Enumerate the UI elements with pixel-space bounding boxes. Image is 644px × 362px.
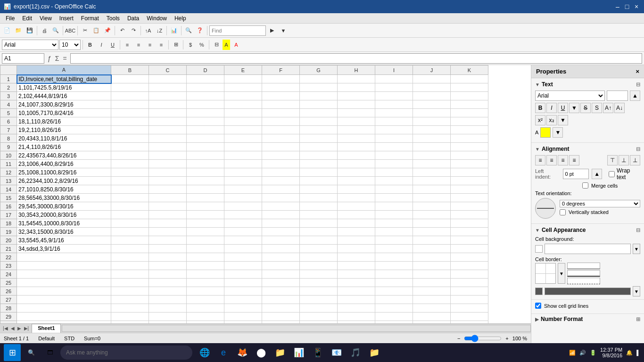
cell-col5-row21[interactable]: [224, 245, 262, 253]
cell-col10-row11[interactable]: [413, 160, 451, 168]
cell-col9-row27[interactable]: [375, 296, 413, 304]
cell-a24[interactable]: [17, 270, 111, 279]
bg-color-button[interactable]: A: [223, 40, 230, 50]
panel-underline-button[interactable]: U: [558, 103, 568, 113]
taskbar-folder-icon[interactable]: 📁: [272, 344, 289, 361]
cell-col4-row25[interactable]: [187, 279, 224, 287]
cell-col8-row15[interactable]: [338, 194, 375, 202]
cell-col4-row1[interactable]: [187, 75, 224, 83]
panel-align-right-button[interactable]: ≡: [558, 155, 568, 165]
font-name-select[interactable]: Arial: [2, 40, 58, 50]
cell-col3-row13[interactable]: [149, 177, 187, 185]
cell-col6-row25[interactable]: [262, 279, 300, 287]
search-icon-taskbar[interactable]: 🔍: [23, 344, 40, 361]
taskbar-edge-icon[interactable]: e: [215, 344, 232, 361]
cell-col9-row2[interactable]: [375, 83, 413, 92]
taskbar-app2-icon[interactable]: 📱: [309, 344, 326, 361]
copy-button[interactable]: 📋: [91, 25, 101, 36]
cell-col6-row19[interactable]: [262, 228, 300, 236]
cell-col8-row6[interactable]: [338, 117, 375, 126]
cell-col3-row17[interactable]: [149, 211, 187, 219]
cell-col10-row10[interactable]: [413, 151, 451, 160]
col-header-d[interactable]: D: [187, 66, 224, 75]
cell-col9-row20[interactable]: [375, 236, 413, 245]
cell-col6-row13[interactable]: [262, 177, 300, 185]
cell-col4-row11[interactable]: [187, 160, 224, 168]
cell-col5-row25[interactable]: [224, 279, 262, 287]
cell-col7-row24[interactable]: [300, 270, 338, 279]
cell-col11-row8[interactable]: [451, 134, 488, 143]
cell-col11-row17[interactable]: [451, 211, 488, 219]
cell-col7-row7[interactable]: [300, 126, 338, 134]
cell-col10-row16[interactable]: [413, 202, 451, 211]
cell-col10-row22[interactable]: [413, 253, 451, 262]
cell-col10-row15[interactable]: [413, 194, 451, 202]
cell-col8-row18[interactable]: [338, 219, 375, 228]
cell-col5-row13[interactable]: [224, 177, 262, 185]
cell-a12[interactable]: 25,1008,11000,8/29/16: [17, 168, 111, 177]
cell-col9-row9[interactable]: [375, 143, 413, 151]
spell-check-button[interactable]: ABC: [65, 25, 75, 36]
cell-col7-row2[interactable]: [300, 83, 338, 92]
cell-col2-row19[interactable]: [111, 228, 149, 236]
cell-col8-row4[interactable]: [338, 100, 375, 109]
cell-col9-row3[interactable]: [375, 92, 413, 100]
cell-col8-row12[interactable]: [338, 168, 375, 177]
col-header-k[interactable]: K: [451, 66, 488, 75]
cell-col3-row24[interactable]: [149, 270, 187, 279]
cell-col2-row29[interactable]: [111, 313, 149, 321]
cell-col2-row16[interactable]: [111, 202, 149, 211]
cell-col11-row1[interactable]: [451, 75, 488, 83]
cell-a5[interactable]: 10,1005,7170,8/24/16: [17, 109, 111, 117]
cell-col8-row5[interactable]: [338, 109, 375, 117]
cell-col6-row23[interactable]: [262, 262, 300, 270]
cell-col5-row9[interactable]: [224, 143, 262, 151]
cell-a2[interactable]: 1,101,7425.5,8/19/16: [17, 83, 111, 92]
cell-col5-row15[interactable]: [224, 194, 262, 202]
cell-col2-row15[interactable]: [111, 194, 149, 202]
cell-col3-row3[interactable]: [149, 92, 187, 100]
cell-col5-row7[interactable]: [224, 126, 262, 134]
start-button[interactable]: ⊞: [4, 344, 21, 361]
cell-col5-row4[interactable]: [224, 100, 262, 109]
cell-col6-row5[interactable]: [262, 109, 300, 117]
cell-col10-row4[interactable]: [413, 100, 451, 109]
function-wizard-icon[interactable]: ƒ: [46, 55, 53, 62]
alignment-expand-icon[interactable]: ⊟: [636, 146, 640, 152]
panel-shadow-button[interactable]: S: [592, 103, 602, 113]
col-header-a[interactable]: A: [17, 66, 111, 75]
align-right-button[interactable]: ≡: [145, 40, 155, 50]
cell-col2-row1[interactable]: [111, 75, 149, 83]
cell-col9-row5[interactable]: [375, 109, 413, 117]
bg-color-bar[interactable]: [545, 244, 631, 254]
cell-col7-row26[interactable]: [300, 287, 338, 296]
sheet-tab-sheet1[interactable]: Sheet1: [32, 324, 61, 333]
cell-col2-row27[interactable]: [111, 296, 149, 304]
cell-col4-row18[interactable]: [187, 219, 224, 228]
cell-col10-row19[interactable]: [413, 228, 451, 236]
cell-col4-row26[interactable]: [187, 287, 224, 296]
alignment-section-header[interactable]: ▼ Alignment ⊟: [535, 146, 640, 152]
cell-col9-row25[interactable]: [375, 279, 413, 287]
cell-col4-row5[interactable]: [187, 109, 224, 117]
cell-col9-row12[interactable]: [375, 168, 413, 177]
cell-a19[interactable]: 32,343,15000,8/30/16: [17, 228, 111, 236]
cell-col8-row13[interactable]: [338, 177, 375, 185]
cell-col10-row26[interactable]: [413, 287, 451, 296]
panel-font-effect-dropdown[interactable]: ▼: [558, 115, 568, 125]
undo-button[interactable]: ↶: [117, 25, 127, 36]
panel-valign-mid-button[interactable]: ⊥: [619, 155, 629, 165]
cell-col9-row26[interactable]: [375, 287, 413, 296]
underline-button[interactable]: U: [107, 40, 118, 50]
border-style-1[interactable]: [567, 263, 600, 269]
cell-col3-row22[interactable]: [149, 253, 187, 262]
taskbar-ie-icon[interactable]: 🌐: [196, 344, 213, 361]
cell-col8-row14[interactable]: [338, 185, 375, 194]
taskbar-calc-icon[interactable]: 📊: [290, 344, 307, 361]
cell-col9-row10[interactable]: [375, 151, 413, 160]
cell-col9-row22[interactable]: [375, 253, 413, 262]
cell-col3-row10[interactable]: [149, 151, 187, 160]
cell-col8-row19[interactable]: [338, 228, 375, 236]
cell-col5-row5[interactable]: [224, 109, 262, 117]
cell-col2-row3[interactable]: [111, 92, 149, 100]
